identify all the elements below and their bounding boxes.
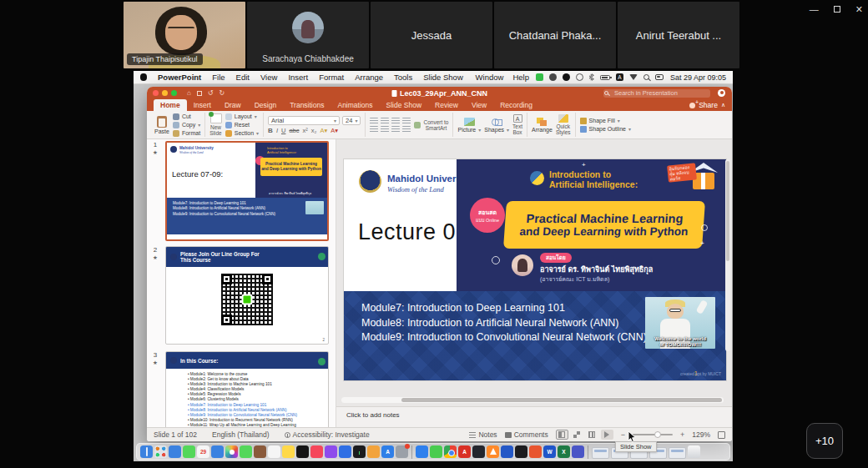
- participant-tile-chatdanai-phaka[interactable]: Chatdanai Phaka...: [494, 2, 616, 68]
- indent-increase-icon[interactable]: [402, 118, 411, 124]
- underline-button[interactable]: U: [281, 127, 285, 134]
- comments-toggle[interactable]: Comments: [505, 430, 548, 439]
- dock-minimized-window[interactable]: [592, 447, 609, 459]
- meet-icon[interactable]: [549, 73, 557, 81]
- dock-dark-app-icon[interactable]: [472, 445, 485, 458]
- menubar-clock[interactable]: Sat 29 Apr 09:05: [670, 73, 726, 82]
- menu-help[interactable]: Help: [512, 73, 529, 82]
- dock-acrobat-icon[interactable]: A: [458, 445, 471, 458]
- subscript-button[interactable]: x₂: [311, 127, 317, 134]
- dock-launchpad-icon[interactable]: [154, 445, 167, 458]
- share-button[interactable]: Share ∧: [689, 101, 725, 111]
- shape-outline-button[interactable]: Shape Outline▾: [580, 126, 631, 133]
- bold-button[interactable]: B: [268, 127, 273, 134]
- zoom-slider[interactable]: [633, 434, 673, 435]
- more-participants-button[interactable]: +10: [806, 423, 843, 459]
- new-slide-button[interactable]: NewSlide: [209, 113, 221, 136]
- dock-teams-icon[interactable]: [572, 445, 584, 458]
- dock-calendar-icon[interactable]: 29: [197, 445, 209, 458]
- menu-arrange[interactable]: Arrange: [355, 73, 383, 82]
- tab-slide-show[interactable]: Slide Show: [380, 99, 429, 111]
- menu-window[interactable]: Window: [476, 73, 504, 82]
- fit-to-window-icon[interactable]: [718, 431, 725, 439]
- save-icon[interactable]: [197, 91, 202, 96]
- numbering-icon[interactable]: [381, 118, 389, 124]
- dock-music-icon[interactable]: [310, 445, 323, 458]
- copy-button[interactable]: Copy▾: [173, 122, 200, 128]
- font-size-select[interactable]: 24▾: [342, 116, 361, 125]
- strikethrough-button[interactable]: abc: [289, 127, 299, 134]
- batt-icon[interactable]: [600, 75, 610, 80]
- close-window-icon[interactable]: [153, 90, 159, 96]
- reset-button[interactable]: Reset: [225, 122, 259, 128]
- italic-button[interactable]: I: [276, 127, 278, 134]
- cut-button[interactable]: Cut: [173, 113, 200, 120]
- current-slide[interactable]: Mahidol University Wisdom of the Land Le…: [344, 159, 726, 380]
- dock-minimized-window[interactable]: [669, 447, 686, 459]
- notes-toggle[interactable]: Notes: [469, 430, 497, 439]
- text-box-button[interactable]: ATextBox: [512, 114, 522, 135]
- tab-transitions[interactable]: Transitions: [283, 99, 331, 111]
- slide-thumbnail-2[interactable]: Please Join Our Line Group ForThis Cours…: [165, 246, 329, 345]
- convert-smartart-button[interactable]: Convert toSmartArt: [414, 119, 448, 131]
- a-icon[interactable]: [616, 73, 623, 81]
- slide-thumbnail-1[interactable]: Mahidol University Wisdom of the Land Le…: [165, 141, 329, 241]
- tab-view[interactable]: View: [465, 99, 493, 111]
- line-icon[interactable]: [536, 73, 543, 81]
- highlight-button[interactable]: A▾: [320, 127, 327, 134]
- participant-tile-sarachaya-chiabhakdee[interactable]: Sarachaya Chiabhakdee: [247, 2, 369, 68]
- dock-game-center-icon[interactable]: [396, 445, 408, 458]
- shape-fill-button[interactable]: Shape Fill▾: [580, 118, 631, 124]
- minimize-icon[interactable]: —: [810, 4, 819, 14]
- dock-tv-icon[interactable]: [296, 445, 309, 458]
- app-menu[interactable]: PowerPoint: [158, 73, 201, 82]
- tab-draw[interactable]: Draw: [218, 99, 248, 111]
- dock-obs-icon[interactable]: [515, 445, 527, 458]
- tab-design[interactable]: Design: [248, 99, 283, 111]
- layout-button[interactable]: Layout▾: [225, 113, 259, 120]
- align-left-icon[interactable]: [370, 126, 378, 133]
- dock-orange-app-icon[interactable]: [529, 445, 542, 458]
- menu-view[interactable]: View: [260, 73, 277, 82]
- rec-icon[interactable]: [576, 73, 583, 81]
- tab-animations[interactable]: Animations: [331, 99, 379, 111]
- zoom-slider-knob[interactable]: [654, 431, 661, 438]
- minimize-window-icon[interactable]: [162, 90, 168, 96]
- zoom-in-button[interactable]: +: [680, 430, 684, 439]
- wifi-icon[interactable]: [629, 74, 638, 80]
- dock-trash-icon[interactable]: [688, 445, 700, 458]
- tab-home[interactable]: Home: [154, 99, 187, 111]
- dock-excel-icon[interactable]: X: [558, 445, 570, 458]
- dock-podcasts-icon[interactable]: [325, 445, 337, 458]
- participant-tile-jessada[interactable]: Jessada: [371, 2, 492, 68]
- cam-icon[interactable]: [563, 73, 570, 81]
- participant-tile-anirut-teerabut[interactable]: Anirut Teerabut ...: [618, 2, 739, 68]
- menu-tools[interactable]: Tools: [394, 73, 412, 82]
- participant-tile-tipajin-thaipisutikul[interactable]: Tipajin Thaipisutikul: [124, 2, 245, 68]
- font-color-button[interactable]: A▾: [331, 127, 338, 134]
- dock-photo-booth-icon[interactable]: [254, 445, 266, 458]
- align-center-icon[interactable]: [381, 126, 389, 133]
- apple-menu-icon[interactable]: [140, 73, 147, 81]
- undo-icon[interactable]: ↺: [208, 89, 214, 97]
- tab-recording[interactable]: Recording: [493, 99, 539, 111]
- font-name-select[interactable]: Arial▾: [268, 116, 340, 125]
- align-right-icon[interactable]: [391, 126, 400, 133]
- dock-stocks-icon[interactable]: [353, 445, 366, 458]
- dock-photos-icon[interactable]: [225, 445, 238, 458]
- account-icon[interactable]: [718, 89, 725, 97]
- cc-icon[interactable]: [655, 74, 664, 80]
- redo-icon[interactable]: ↻: [220, 89, 225, 97]
- dock-webex-icon[interactable]: [416, 445, 428, 458]
- dock-vlc-icon[interactable]: [487, 445, 499, 458]
- dock-notes-icon[interactable]: [282, 445, 295, 458]
- dock-mail-icon[interactable]: [211, 445, 224, 458]
- menu-format[interactable]: Format: [319, 73, 344, 82]
- vertical-scrollbar[interactable]: [725, 159, 730, 351]
- bullets-icon[interactable]: [370, 118, 378, 124]
- dock-line-icon[interactable]: [430, 445, 442, 458]
- close-icon[interactable]: ✕: [855, 4, 863, 15]
- reading-view-button[interactable]: [586, 430, 598, 440]
- dock-messages-icon[interactable]: [183, 445, 195, 458]
- search-icon[interactable]: [643, 74, 649, 80]
